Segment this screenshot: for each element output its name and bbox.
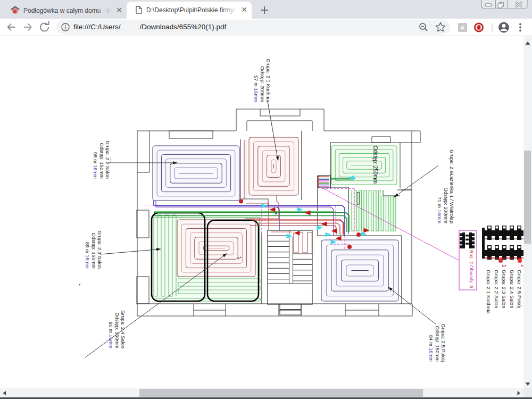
svg-text:Odstęp: 150mm: Odstęp: 150mm	[91, 232, 97, 269]
svg-text:Grupa: 2.1 Kuchnia: Grupa: 2.1 Kuchnia	[486, 270, 492, 314]
svg-text:98 m 16mm: 98 m 16mm	[93, 152, 98, 179]
svg-text:Grupa: 2.1 Kuchnia: Grupa: 2.1 Kuchnia	[265, 59, 271, 103]
svg-text:Odstęp: 150mm: Odstęp: 150mm	[99, 143, 105, 179]
svg-text:Odstęp: 150mm: Odstęp: 150mm	[435, 326, 440, 362]
svg-text:1: 1	[501, 264, 507, 268]
svg-text:Roz. 2 Obwody: 6: Roz. 2 Obwody: 6	[469, 250, 474, 288]
svg-text:Grupa: 2.2 Salon: Grupa: 2.2 Salon	[105, 140, 111, 179]
svg-text:Grupa: 2.3 Salon: Grupa: 2.3 Salon	[97, 230, 103, 269]
svg-text:Grupa: 2.3 Salon: Grupa: 2.3 Salon	[501, 270, 507, 309]
svg-text:Grupa: 2.5 Pokój: Grupa: 2.5 Pokój	[440, 324, 446, 362]
svg-text:Grupa: 2.4 Salon: Grupa: 2.4 Salon	[509, 270, 515, 309]
svg-text:89 m 16mm: 89 m 16mm	[85, 242, 90, 269]
svg-text:Odstęp: 250mm: Odstęp: 250mm	[372, 146, 378, 184]
svg-text:91 m 16mm: 91 m 16mm	[108, 322, 114, 348]
svg-text:57 m 16mm: 57 m 16mm	[253, 76, 259, 102]
svg-text:Odstęp: 150mm: Odstęp: 150mm	[114, 312, 120, 348]
svg-text:Grupa: 2.4 Salon: Grupa: 2.4 Salon	[120, 310, 126, 348]
svg-text:71 m 16mm: 71 m 16mm	[437, 197, 443, 223]
svg-text:Grupa: 2.5 Pokój: Grupa: 2.5 Pokój	[517, 270, 522, 308]
svg-text:84 m 16mm: 84 m 16mm	[428, 335, 434, 362]
svg-text:Odstęp: 100mm: Odstęp: 100mm	[443, 187, 449, 223]
svg-text:Grupa: 2.6Łazienka 1 / Wiatroł: Grupa: 2.6Łazienka 1 / Wiatrołap	[449, 149, 455, 223]
svg-text:Odstęp: 200mm: Odstęp: 200mm	[260, 66, 265, 102]
svg-text:Grupa: 2.2 Salon: Grupa: 2.2 Salon	[494, 270, 500, 309]
